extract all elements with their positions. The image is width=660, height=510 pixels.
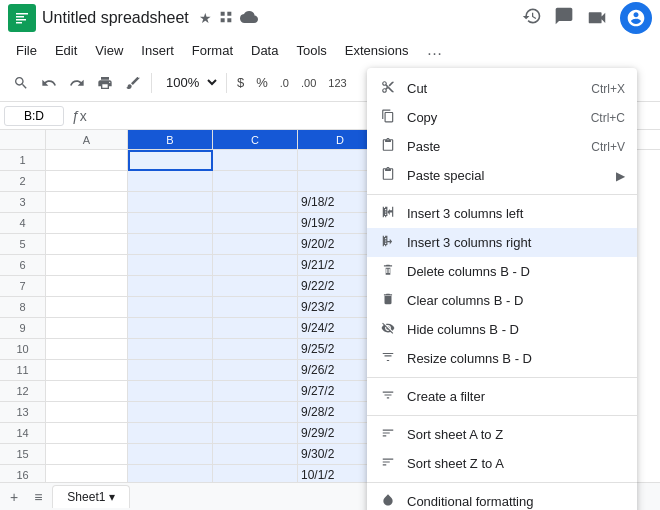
row-7[interactable]: 7 (0, 276, 45, 297)
ctx-insert-cols-right[interactable]: Insert 3 columns right (367, 228, 637, 257)
decimal-dec-btn[interactable]: .0 (275, 73, 294, 93)
cell-A9[interactable] (46, 318, 128, 339)
col-header-A[interactable]: A (46, 130, 128, 149)
format-paint-btn[interactable] (120, 71, 146, 95)
ctx-create-filter[interactable]: Create a filter (367, 382, 637, 411)
row-4[interactable]: 4 (0, 213, 45, 234)
menu-data[interactable]: Data (243, 40, 286, 61)
zoom-select[interactable]: 100% (157, 71, 221, 94)
cell-A6[interactable] (46, 255, 128, 276)
menu-file[interactable]: File (8, 40, 45, 61)
menu-more[interactable]: … (418, 38, 450, 62)
print-btn[interactable] (92, 71, 118, 95)
cloud-icon[interactable] (240, 9, 258, 28)
ctx-paste[interactable]: Paste Ctrl+V (367, 132, 637, 161)
cell-B1[interactable] (128, 150, 213, 171)
menu-insert[interactable]: Insert (133, 40, 182, 61)
cell-A10[interactable] (46, 339, 128, 360)
cell-A8[interactable] (46, 297, 128, 318)
row-1[interactable]: 1 (0, 150, 45, 171)
cell-C5[interactable] (213, 234, 298, 255)
ctx-conditional-format[interactable]: Conditional formatting (367, 487, 637, 510)
menu-extensions[interactable]: Extensions (337, 40, 417, 61)
cell-B16[interactable] (128, 465, 213, 482)
cell-B9[interactable] (128, 318, 213, 339)
col-header-C[interactable]: C (213, 130, 298, 149)
ctx-delete-cols[interactable]: Delete columns B - D (367, 257, 637, 286)
menu-edit[interactable]: Edit (47, 40, 85, 61)
menu-view[interactable]: View (87, 40, 131, 61)
cell-A11[interactable] (46, 360, 128, 381)
cell-C12[interactable] (213, 381, 298, 402)
row-8[interactable]: 8 (0, 297, 45, 318)
cell-C3[interactable] (213, 192, 298, 213)
cell-A15[interactable] (46, 444, 128, 465)
cell-B4[interactable] (128, 213, 213, 234)
cell-A1[interactable] (46, 150, 128, 171)
row-6[interactable]: 6 (0, 255, 45, 276)
ctx-insert-cols-left[interactable]: Insert 3 columns left (367, 199, 637, 228)
row-13[interactable]: 13 (0, 402, 45, 423)
sheet-menu-btn[interactable]: ≡ (28, 486, 48, 508)
format-num-btn[interactable]: 123 (323, 73, 351, 93)
cell-C6[interactable] (213, 255, 298, 276)
cell-C1[interactable] (213, 150, 298, 171)
row-14[interactable]: 14 (0, 423, 45, 444)
meet-icon[interactable] (586, 6, 608, 31)
move-icon[interactable] (218, 9, 234, 28)
cell-reference[interactable] (4, 106, 64, 126)
cell-B3[interactable] (128, 192, 213, 213)
cell-A4[interactable] (46, 213, 128, 234)
row-15[interactable]: 15 (0, 444, 45, 465)
cell-B10[interactable] (128, 339, 213, 360)
menu-format[interactable]: Format (184, 40, 241, 61)
cell-B12[interactable] (128, 381, 213, 402)
search-btn[interactable] (8, 71, 34, 95)
ctx-copy[interactable]: Copy Ctrl+C (367, 103, 637, 132)
cell-B6[interactable] (128, 255, 213, 276)
cell-C8[interactable] (213, 297, 298, 318)
cell-A7[interactable] (46, 276, 128, 297)
currency-btn[interactable]: $ (232, 72, 249, 93)
cell-B13[interactable] (128, 402, 213, 423)
sheet-tab-1[interactable]: Sheet1 ▾ (52, 485, 130, 508)
row-10[interactable]: 10 (0, 339, 45, 360)
cell-C16[interactable] (213, 465, 298, 482)
user-avatar[interactable] (620, 2, 652, 34)
cell-A12[interactable] (46, 381, 128, 402)
undo-btn[interactable] (36, 71, 62, 95)
decimal-inc-btn[interactable]: .00 (296, 73, 321, 93)
row-5[interactable]: 5 (0, 234, 45, 255)
ctx-hide-cols[interactable]: Hide columns B - D (367, 315, 637, 344)
cell-A5[interactable] (46, 234, 128, 255)
cell-B15[interactable] (128, 444, 213, 465)
cell-B14[interactable] (128, 423, 213, 444)
cell-A16[interactable] (46, 465, 128, 482)
cell-B5[interactable] (128, 234, 213, 255)
cell-C11[interactable] (213, 360, 298, 381)
menu-tools[interactable]: Tools (288, 40, 334, 61)
cell-B8[interactable] (128, 297, 213, 318)
history-icon[interactable] (522, 6, 542, 31)
cell-B7[interactable] (128, 276, 213, 297)
percent-btn[interactable]: % (251, 72, 273, 93)
cell-A13[interactable] (46, 402, 128, 423)
row-12[interactable]: 12 (0, 381, 45, 402)
cell-A3[interactable] (46, 192, 128, 213)
cell-C14[interactable] (213, 423, 298, 444)
ctx-clear-cols[interactable]: Clear columns B - D (367, 286, 637, 315)
col-header-B[interactable]: B (128, 130, 213, 149)
row-11[interactable]: 11 (0, 360, 45, 381)
redo-btn[interactable] (64, 71, 90, 95)
ctx-sort-za[interactable]: Sort sheet Z to A (367, 449, 637, 478)
ctx-paste-special[interactable]: Paste special ▶ (367, 161, 637, 190)
cell-B2[interactable] (128, 171, 213, 192)
cell-C13[interactable] (213, 402, 298, 423)
comment-icon[interactable] (554, 6, 574, 31)
ctx-resize-cols[interactable]: Resize columns B - D (367, 344, 637, 373)
row-2[interactable]: 2 (0, 171, 45, 192)
cell-A14[interactable] (46, 423, 128, 444)
add-sheet-btn[interactable]: + (4, 486, 24, 508)
cell-C9[interactable] (213, 318, 298, 339)
ctx-sort-az[interactable]: Sort sheet A to Z (367, 420, 637, 449)
